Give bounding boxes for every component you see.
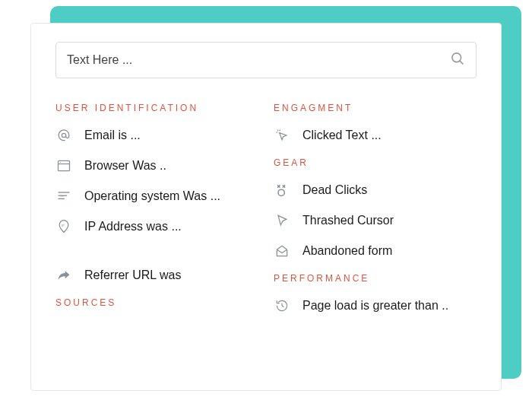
filter-referrer[interactable]: Referrer URL was [55, 267, 258, 284]
svg-rect-3 [59, 160, 70, 170]
svg-text:IP: IP [62, 224, 65, 227]
section-header-performance: PERFORMANCE [274, 273, 477, 284]
section-header-user-identification: USER IDENTIFICATION [55, 103, 258, 113]
filter-abandoned-form[interactable]: Abandoned form [274, 243, 477, 259]
os-lines-icon: <> [55, 188, 72, 205]
search-icon[interactable] [450, 51, 465, 69]
filter-label: Dead Clicks [302, 183, 367, 197]
search-input[interactable] [67, 53, 450, 67]
cursor-click-icon [274, 127, 290, 144]
cursor-outline-icon [274, 212, 290, 229]
filter-label: Referrer URL was [84, 268, 181, 282]
filter-browser[interactable]: Browser Was .. [55, 157, 258, 174]
filter-label: Thrashed Cursor [302, 214, 394, 227]
filter-label: Email is ... [84, 129, 141, 142]
svg-text:<>: <> [60, 194, 64, 198]
filter-label: Browser Was .. [84, 159, 166, 173]
filter-label: Abandoned form [302, 244, 392, 258]
filter-columns: USER IDENTIFICATION Email is ... [55, 100, 477, 372]
right-column: ENGAGMENT Clicked Text ... GEAR [274, 100, 477, 372]
filter-email[interactable]: Email is ... [55, 127, 258, 144]
filter-label: Clicked Text ... [302, 129, 382, 142]
svg-point-2 [62, 133, 65, 137]
share-arrow-icon [55, 267, 72, 284]
filter-dead-clicks[interactable]: Dead Clicks [274, 182, 477, 198]
clock-refresh-icon [274, 297, 290, 314]
filter-thrashed-cursor[interactable]: Thrashed Cursor [274, 212, 477, 229]
section-header-gear: GEAR [274, 157, 477, 168]
envelope-open-icon [274, 243, 290, 259]
section-header-engagement: ENGAGMENT [274, 103, 477, 113]
search-bar[interactable] [55, 42, 477, 78]
filter-page-load[interactable]: Page load is greater than .. [274, 297, 477, 314]
filter-label: IP Address was ... [84, 220, 182, 233]
at-sign-icon [55, 127, 72, 144]
filter-os[interactable]: <> Operating system Was ... [55, 188, 258, 205]
svg-line-1 [460, 61, 463, 64]
ip-pin-icon: IP [55, 218, 72, 235]
filter-label: Page load is greater than .. [302, 299, 448, 313]
browser-window-icon [55, 157, 72, 174]
svg-point-0 [452, 53, 461, 62]
filter-clicked-text[interactable]: Clicked Text ... [274, 127, 477, 144]
filter-label: Operating system Was ... [84, 189, 220, 203]
svg-line-11 [277, 130, 278, 132]
left-column: USER IDENTIFICATION Email is ... [55, 100, 258, 372]
svg-point-18 [278, 189, 284, 195]
svg-line-20 [282, 306, 284, 307]
svg-point-5 [60, 162, 61, 163]
filter-ip[interactable]: IP IP Address was ... [55, 218, 258, 235]
section-header-sources: SOURCES [55, 297, 258, 308]
filter-panel: USER IDENTIFICATION Email is ... [30, 23, 502, 391]
dead-click-icon [274, 182, 290, 198]
